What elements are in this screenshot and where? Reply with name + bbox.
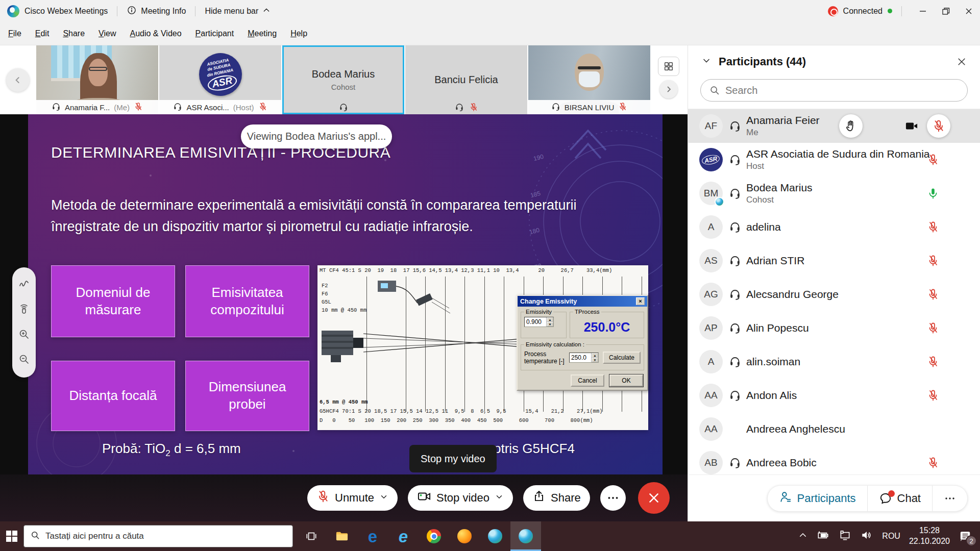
webex-meeting-active-icon[interactable] bbox=[510, 521, 541, 551]
participant-row-andon-alis[interactable]: AAAndon Alis bbox=[688, 379, 980, 412]
restore-button[interactable] bbox=[934, 0, 957, 22]
emissivity-spinner[interactable]: 0.900 ▲▼ bbox=[524, 317, 554, 327]
menu-item-file[interactable]: File bbox=[8, 29, 21, 38]
mic-muted-icon[interactable] bbox=[927, 221, 939, 233]
video-tile-bodea-marius[interactable]: Bodea MariusCohost bbox=[282, 45, 404, 114]
firefox-icon[interactable] bbox=[449, 521, 480, 551]
shared-content-stage: 190 185 180 170 150 DETERMINAREA EMISIVI… bbox=[0, 114, 688, 474]
process-temperature-spinner[interactable]: 250.0 ▲▼ bbox=[569, 353, 599, 363]
menu-item-view[interactable]: View bbox=[99, 29, 116, 38]
participant-row-alecsandru-george[interactable]: AGAlecsandru George bbox=[688, 278, 980, 311]
mic-muted-icon[interactable] bbox=[927, 154, 939, 166]
menu-item-edit[interactable]: Edit bbox=[35, 29, 50, 38]
menu-item-participant[interactable]: Participant bbox=[195, 29, 234, 38]
close-window-button[interactable] bbox=[957, 0, 980, 22]
battery-icon[interactable] bbox=[816, 529, 829, 544]
participant-row-asr-asociatia-de-sudura-din-romania[interactable]: ASRASR Asociatia de Sudura din RomaniaHo… bbox=[688, 143, 980, 177]
participant-row-bodea-marius[interactable]: BMBodea MariusCohost bbox=[688, 177, 980, 210]
notification-center-button[interactable]: 2 bbox=[959, 530, 972, 543]
filmstrip-next-button[interactable] bbox=[659, 80, 678, 98]
calculate-button[interactable]: Calculate bbox=[603, 352, 641, 364]
participant-row-adelina[interactable]: Aadelina bbox=[688, 210, 980, 244]
menu-item-share[interactable]: Share bbox=[63, 29, 85, 38]
participant-role: Host bbox=[746, 161, 930, 171]
layout-grid-button[interactable] bbox=[658, 57, 679, 76]
menu-item-audio-video[interactable]: Audio & Video bbox=[130, 29, 181, 38]
zoom-out-icon[interactable] bbox=[18, 353, 30, 367]
menu-item-meeting[interactable]: Meeting bbox=[248, 29, 277, 38]
dialog-close-icon[interactable]: × bbox=[636, 297, 645, 305]
connected-dot-icon bbox=[888, 9, 892, 13]
mic-active-icon[interactable] bbox=[927, 187, 939, 199]
taskbar-search-input[interactable] bbox=[45, 531, 292, 541]
cancel-button[interactable]: Cancel bbox=[571, 374, 604, 387]
share-button[interactable]: Share bbox=[523, 485, 590, 511]
chevron-down-icon[interactable] bbox=[495, 491, 504, 505]
meeting-info-button[interactable]: Meeting Info bbox=[127, 5, 186, 17]
presentation-slide: 190 185 180 170 150 DETERMINAREA EMISIVI… bbox=[28, 114, 663, 474]
mic-muted-icon[interactable] bbox=[927, 288, 939, 300]
more-options-button[interactable] bbox=[600, 485, 626, 511]
annotate-icon[interactable] bbox=[18, 278, 30, 292]
chrome-icon[interactable] bbox=[419, 521, 449, 551]
unmute-button[interactable]: Unmute bbox=[307, 485, 398, 511]
clock[interactable]: 15:28 22.10.2020 bbox=[909, 525, 950, 547]
mic-muted-icon[interactable] bbox=[927, 457, 939, 469]
headset-icon bbox=[729, 389, 742, 402]
chevron-down-icon[interactable] bbox=[701, 56, 712, 68]
stop-video-button[interactable]: Stop video bbox=[408, 485, 513, 511]
ok-button[interactable]: OK bbox=[609, 374, 643, 387]
language-indicator[interactable]: ROU bbox=[882, 532, 900, 541]
avatar: BM bbox=[699, 182, 723, 205]
webex-logo-icon bbox=[7, 5, 19, 17]
participant-row-andreea-anghelescu[interactable]: AAAndreea Anghelescu bbox=[688, 412, 980, 446]
emissivity-calculation-group: Emissivity calculation : Process tempera… bbox=[521, 341, 644, 370]
more-panels-button[interactable] bbox=[932, 486, 967, 511]
spin-up-icon: ▲ bbox=[547, 317, 553, 322]
filmstrip-prev-button[interactable] bbox=[6, 68, 30, 92]
avatar: A bbox=[699, 215, 723, 239]
webex-app-icon[interactable] bbox=[480, 521, 510, 551]
mic-muted-icon[interactable] bbox=[927, 255, 939, 267]
video-tile-birsan-liviu[interactable]: BIRSAN LIVIU bbox=[528, 45, 650, 114]
mic-muted-icon[interactable] bbox=[927, 389, 939, 402]
participant-row-alin-soiman[interactable]: Aalin.soiman bbox=[688, 345, 980, 379]
hide-menu-bar-button[interactable]: Hide menu bar bbox=[205, 6, 271, 16]
chat-button[interactable]: Chat bbox=[867, 486, 932, 511]
participant-name: Alecsandru George bbox=[746, 288, 839, 300]
mic-muted-icon[interactable] bbox=[927, 322, 939, 334]
participant-list: AFAnamaria FeierMeASRASR Asociatia de Su… bbox=[688, 109, 980, 474]
participant-search bbox=[700, 79, 968, 102]
taskbar-search[interactable] bbox=[23, 525, 293, 547]
video-tile-banciu-felicia[interactable]: Banciu Felicia bbox=[405, 45, 527, 114]
video-tile-asr-asoci[interactable]: ASOCIATIAde SUDURAdin ROMANIAASR ASR Aso… bbox=[159, 45, 281, 114]
tray-chevron-up-icon[interactable] bbox=[798, 531, 807, 542]
zoom-in-icon[interactable] bbox=[18, 328, 30, 342]
dialog-title-bar[interactable]: Change Emissivity × bbox=[518, 296, 647, 307]
mic-muted-button[interactable] bbox=[927, 114, 950, 138]
minimize-button[interactable] bbox=[911, 0, 934, 22]
participant-row-alin-popescu[interactable]: APAlin Popescu bbox=[688, 311, 980, 345]
raised-hand-button[interactable] bbox=[839, 114, 863, 138]
task-view-button[interactable] bbox=[296, 521, 327, 551]
close-panel-button[interactable] bbox=[957, 57, 967, 67]
search-input[interactable] bbox=[700, 79, 968, 102]
edge-icon[interactable]: e bbox=[357, 521, 388, 551]
participant-row-adrian-stir[interactable]: ASAdrian STIR bbox=[688, 244, 980, 278]
participant-row-anamaria-feier[interactable]: AFAnamaria FeierMe bbox=[688, 109, 980, 143]
start-button[interactable] bbox=[0, 521, 23, 551]
network-icon[interactable] bbox=[838, 529, 851, 544]
leave-meeting-button[interactable] bbox=[638, 482, 670, 514]
recording-indicator-icon bbox=[828, 6, 838, 16]
mic-muted-icon[interactable] bbox=[927, 356, 939, 368]
participants-toggle-button[interactable]: Participants bbox=[768, 486, 867, 511]
menu-item-help[interactable]: Help bbox=[290, 29, 307, 38]
chevron-down-icon[interactable] bbox=[379, 491, 388, 505]
internet-explorer-icon[interactable]: e bbox=[388, 521, 419, 551]
remote-control-icon[interactable] bbox=[18, 303, 30, 317]
speaker-icon[interactable] bbox=[860, 529, 873, 544]
participant-row-andreea-bobic[interactable]: ABAndreea Bobic bbox=[688, 446, 980, 474]
camera-icon[interactable] bbox=[904, 119, 919, 133]
file-explorer-icon[interactable] bbox=[327, 521, 357, 551]
video-tile-anamaria-f[interactable]: Anamaria F... (Me) bbox=[36, 45, 158, 114]
